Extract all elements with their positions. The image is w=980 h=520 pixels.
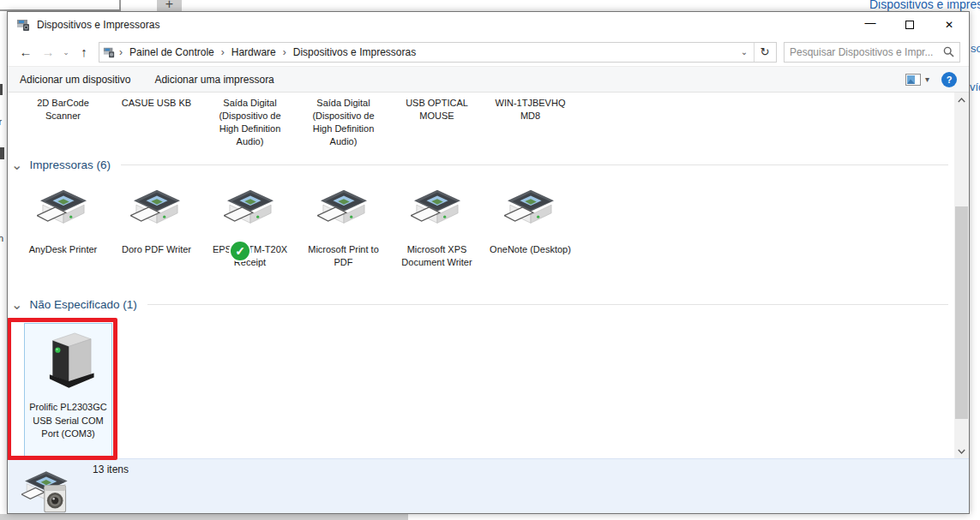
printer-label: AnyDesk Printer	[22, 243, 105, 256]
device-item[interactable]: WIN-1TJBEVHQ MD8	[484, 97, 577, 123]
add-device-button[interactable]: Adicionar um dispositivo	[20, 74, 130, 86]
scroll-down-icon[interactable]	[954, 444, 969, 458]
printer-icon	[130, 185, 183, 231]
minimize-icon: —	[865, 16, 876, 29]
device-label: WIN-1TJBEVHQ MD8	[490, 97, 572, 123]
printer-label: Doro PDF Writer	[116, 243, 198, 256]
printer-label: Microsoft XPS Document Writer	[396, 243, 478, 269]
device-label: 2D BarCode Scanner	[22, 97, 105, 123]
command-bar: Adicionar um dispositivo Adicionar uma i…	[8, 66, 969, 93]
printer-icon	[411, 185, 464, 231]
devices-collection-icon	[21, 468, 78, 514]
forward-button[interactable]: →	[37, 45, 59, 59]
section-header-printers[interactable]: ⌄ Impressoras (6)	[11, 156, 948, 173]
device-item[interactable]: CASUE USB KB	[110, 97, 203, 110]
printer-item[interactable]: Doro PDF Writer	[110, 185, 203, 256]
search-icon[interactable]	[943, 46, 954, 57]
device-item[interactable]: Saída Digital (Dispositivo de High Defin…	[203, 97, 297, 148]
background-edge-mark	[0, 147, 4, 159]
view-thumbnail-icon	[905, 74, 921, 86]
maximize-button[interactable]	[890, 12, 929, 38]
devices-and-printers-window: Dispositivos e Impressoras — ✕ ← → ⌄ ↑ ›…	[7, 11, 970, 514]
close-button[interactable]: ✕	[929, 12, 969, 38]
change-view-button[interactable]: ▾	[905, 74, 929, 86]
title-bar[interactable]: Dispositivos e Impressoras — ✕	[8, 12, 969, 38]
background-link-devices-printers[interactable]: Dispositivos e impres	[869, 0, 980, 11]
back-button[interactable]: ←	[15, 45, 37, 59]
printer-item[interactable]: OneNote (Desktop)	[484, 185, 577, 256]
recent-pages-dropdown[interactable]: ⌄	[59, 48, 73, 57]
background-edge-mark	[0, 84, 3, 95]
help-button[interactable]: ?	[941, 72, 957, 87]
breadcrumb-item-hardware[interactable]: Hardware	[229, 45, 279, 59]
printer-icon	[224, 185, 277, 231]
chevron-down-icon: ⌄	[11, 157, 22, 173]
details-pane: 13 itens	[8, 458, 969, 513]
address-bar[interactable]: › Painel de Controle › Hardware › Dispos…	[99, 42, 777, 63]
device-item[interactable]: 2D BarCode Scanner	[16, 97, 110, 123]
device-label: Saída Digital (Dispositivo de High Defin…	[303, 97, 385, 148]
printer-label: Microsoft Print to PDF	[303, 243, 385, 269]
breadcrumb-chevron-icon: ›	[279, 46, 291, 58]
device-list-area: 2D BarCode Scanner CASUE USB KB Saída Di…	[8, 93, 969, 458]
printer-item[interactable]: Microsoft Print to PDF	[297, 185, 390, 269]
background-text-fragment: sor	[971, 42, 980, 55]
items-count: 13 itens	[93, 463, 129, 475]
search-box[interactable]	[784, 42, 960, 63]
device-label: USB OPTICAL MOUSE	[396, 97, 478, 123]
minimize-button[interactable]: —	[851, 12, 890, 38]
section-header-unspecified[interactable]: ⌄ Não Especificado (1)	[11, 296, 948, 313]
annotation-highlight-box	[7, 318, 117, 460]
scrollbar-thumb[interactable]	[955, 206, 968, 419]
printer-item[interactable]: AnyDesk Printer	[16, 185, 110, 256]
scroll-up-icon[interactable]	[954, 93, 969, 107]
printer-label: OneNote (Desktop)	[490, 243, 572, 256]
background-text-fragment: ir	[0, 117, 2, 127]
devices-and-printers-icon	[16, 18, 30, 32]
section-label: Não Especificado (1)	[29, 298, 136, 311]
add-printer-button[interactable]: Adicionar uma impressora	[154, 74, 274, 86]
device-item[interactable]: Saída Digital (Dispositivo de High Defin…	[297, 97, 390, 148]
maximize-icon	[905, 21, 914, 29]
default-printer-check-icon: ✓	[229, 240, 251, 262]
breadcrumb-chevron-icon: ›	[115, 46, 127, 58]
vertical-scrollbar[interactable]	[954, 93, 969, 458]
navigation-bar: ← → ⌄ ↑ › Painel de Controle › Hardware …	[8, 38, 969, 66]
background-text-fragment: n	[0, 233, 3, 243]
printer-icon	[317, 185, 370, 231]
printer-item[interactable]: Microsoft XPS Document Writer	[390, 185, 484, 269]
printer-icon	[504, 185, 557, 231]
close-icon: ✕	[945, 19, 953, 31]
device-item[interactable]: USB OPTICAL MOUSE	[390, 97, 484, 123]
device-label: CASUE USB KB	[116, 97, 198, 110]
section-rule	[121, 164, 948, 165]
device-label: Saída Digital (Dispositivo de High Defin…	[209, 97, 292, 148]
refresh-icon[interactable]: ↻	[755, 45, 774, 58]
window-title: Dispositivos e Impressoras	[37, 19, 851, 31]
section-rule	[147, 304, 948, 305]
breadcrumb-chevron-icon: ›	[217, 46, 229, 58]
search-input[interactable]	[790, 46, 943, 58]
printer-item-default[interactable]: EPSON TM-T20X Receipt	[203, 185, 297, 269]
breadcrumb-item-control-panel[interactable]: Painel de Controle	[127, 45, 217, 59]
printer-icon	[37, 185, 90, 231]
background-new-tab-button[interactable]: +	[157, 0, 182, 11]
background-bottom-strip	[0, 514, 408, 520]
background-tab-outline	[0, 0, 121, 11]
address-location-icon	[103, 46, 115, 58]
address-dropdown-icon[interactable]: ⌄	[736, 47, 753, 57]
breadcrumb-item-devices-printers[interactable]: Dispositivos e Impressoras	[291, 45, 418, 59]
chevron-down-icon: ▾	[925, 75, 929, 84]
up-button[interactable]: ↑	[73, 45, 95, 59]
section-label: Impressoras (6)	[29, 158, 111, 171]
background-text-fragment: víd	[970, 81, 980, 93]
chevron-down-icon: ⌄	[11, 296, 22, 313]
